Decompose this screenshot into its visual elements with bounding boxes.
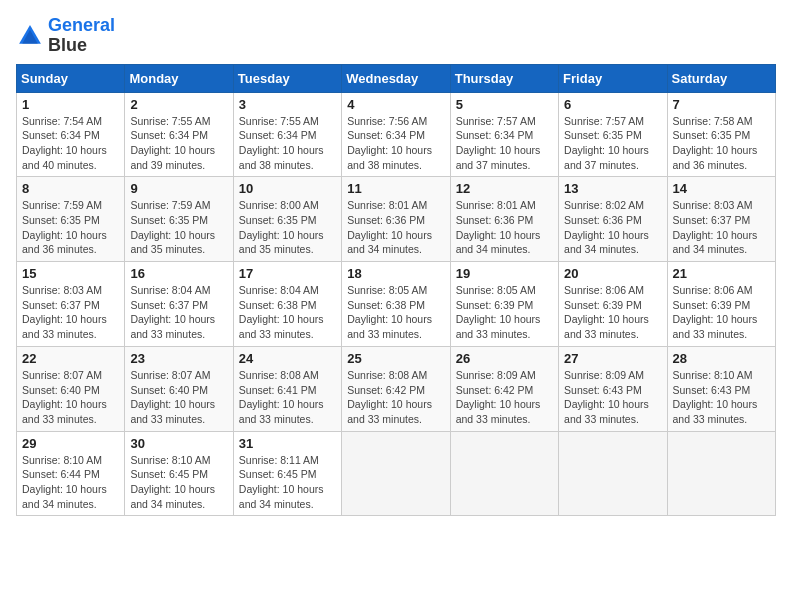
calendar-day-cell: 20 Sunrise: 8:06 AM Sunset: 6:39 PM Dayl… bbox=[559, 262, 667, 347]
calendar-day-cell: 16 Sunrise: 8:04 AM Sunset: 6:37 PM Dayl… bbox=[125, 262, 233, 347]
calendar-day-cell: 8 Sunrise: 7:59 AM Sunset: 6:35 PM Dayli… bbox=[17, 177, 125, 262]
calendar-day-cell: 7 Sunrise: 7:58 AM Sunset: 6:35 PM Dayli… bbox=[667, 92, 775, 177]
calendar-week-row: 22 Sunrise: 8:07 AM Sunset: 6:40 PM Dayl… bbox=[17, 346, 776, 431]
day-number: 8 bbox=[22, 181, 119, 196]
calendar-day-cell: 13 Sunrise: 8:02 AM Sunset: 6:36 PM Dayl… bbox=[559, 177, 667, 262]
day-info: Sunrise: 8:04 AM Sunset: 6:37 PM Dayligh… bbox=[130, 283, 227, 342]
calendar-header-cell: Tuesday bbox=[233, 64, 341, 92]
day-info: Sunrise: 7:57 AM Sunset: 6:35 PM Dayligh… bbox=[564, 114, 661, 173]
day-number: 21 bbox=[673, 266, 770, 281]
calendar-day-cell: 2 Sunrise: 7:55 AM Sunset: 6:34 PM Dayli… bbox=[125, 92, 233, 177]
day-number: 16 bbox=[130, 266, 227, 281]
day-number: 29 bbox=[22, 436, 119, 451]
calendar-day-cell: 29 Sunrise: 8:10 AM Sunset: 6:44 PM Dayl… bbox=[17, 431, 125, 516]
day-info: Sunrise: 8:09 AM Sunset: 6:43 PM Dayligh… bbox=[564, 368, 661, 427]
day-number: 27 bbox=[564, 351, 661, 366]
day-number: 6 bbox=[564, 97, 661, 112]
day-info: Sunrise: 8:10 AM Sunset: 6:45 PM Dayligh… bbox=[130, 453, 227, 512]
calendar-week-row: 15 Sunrise: 8:03 AM Sunset: 6:37 PM Dayl… bbox=[17, 262, 776, 347]
day-number: 9 bbox=[130, 181, 227, 196]
day-info: Sunrise: 8:00 AM Sunset: 6:35 PM Dayligh… bbox=[239, 198, 336, 257]
day-info: Sunrise: 8:08 AM Sunset: 6:41 PM Dayligh… bbox=[239, 368, 336, 427]
calendar-day-cell: 10 Sunrise: 8:00 AM Sunset: 6:35 PM Dayl… bbox=[233, 177, 341, 262]
day-info: Sunrise: 8:09 AM Sunset: 6:42 PM Dayligh… bbox=[456, 368, 553, 427]
day-number: 3 bbox=[239, 97, 336, 112]
day-info: Sunrise: 8:07 AM Sunset: 6:40 PM Dayligh… bbox=[130, 368, 227, 427]
day-info: Sunrise: 8:10 AM Sunset: 6:44 PM Dayligh… bbox=[22, 453, 119, 512]
day-number: 28 bbox=[673, 351, 770, 366]
calendar-header-cell: Saturday bbox=[667, 64, 775, 92]
logo-icon bbox=[16, 22, 44, 50]
day-info: Sunrise: 8:11 AM Sunset: 6:45 PM Dayligh… bbox=[239, 453, 336, 512]
day-info: Sunrise: 8:02 AM Sunset: 6:36 PM Dayligh… bbox=[564, 198, 661, 257]
day-number: 7 bbox=[673, 97, 770, 112]
day-number: 24 bbox=[239, 351, 336, 366]
calendar-day-cell: 27 Sunrise: 8:09 AM Sunset: 6:43 PM Dayl… bbox=[559, 346, 667, 431]
day-info: Sunrise: 8:01 AM Sunset: 6:36 PM Dayligh… bbox=[347, 198, 444, 257]
day-number: 31 bbox=[239, 436, 336, 451]
logo-text: General Blue bbox=[48, 16, 115, 56]
calendar-body: 1 Sunrise: 7:54 AM Sunset: 6:34 PM Dayli… bbox=[17, 92, 776, 516]
day-info: Sunrise: 7:54 AM Sunset: 6:34 PM Dayligh… bbox=[22, 114, 119, 173]
day-number: 20 bbox=[564, 266, 661, 281]
calendar-day-cell: 5 Sunrise: 7:57 AM Sunset: 6:34 PM Dayli… bbox=[450, 92, 558, 177]
day-number: 1 bbox=[22, 97, 119, 112]
calendar-header-cell: Monday bbox=[125, 64, 233, 92]
day-info: Sunrise: 8:07 AM Sunset: 6:40 PM Dayligh… bbox=[22, 368, 119, 427]
calendar-day-cell: 1 Sunrise: 7:54 AM Sunset: 6:34 PM Dayli… bbox=[17, 92, 125, 177]
calendar-day-cell: 23 Sunrise: 8:07 AM Sunset: 6:40 PM Dayl… bbox=[125, 346, 233, 431]
day-info: Sunrise: 8:10 AM Sunset: 6:43 PM Dayligh… bbox=[673, 368, 770, 427]
calendar-day-cell: 14 Sunrise: 8:03 AM Sunset: 6:37 PM Dayl… bbox=[667, 177, 775, 262]
calendar-day-cell: 26 Sunrise: 8:09 AM Sunset: 6:42 PM Dayl… bbox=[450, 346, 558, 431]
day-info: Sunrise: 7:59 AM Sunset: 6:35 PM Dayligh… bbox=[22, 198, 119, 257]
calendar-day-cell: 4 Sunrise: 7:56 AM Sunset: 6:34 PM Dayli… bbox=[342, 92, 450, 177]
day-number: 11 bbox=[347, 181, 444, 196]
calendar-header-cell: Thursday bbox=[450, 64, 558, 92]
day-number: 13 bbox=[564, 181, 661, 196]
page-header: General Blue bbox=[16, 16, 776, 56]
day-info: Sunrise: 7:55 AM Sunset: 6:34 PM Dayligh… bbox=[130, 114, 227, 173]
calendar-day-cell: 12 Sunrise: 8:01 AM Sunset: 6:36 PM Dayl… bbox=[450, 177, 558, 262]
day-info: Sunrise: 8:04 AM Sunset: 6:38 PM Dayligh… bbox=[239, 283, 336, 342]
day-info: Sunrise: 7:55 AM Sunset: 6:34 PM Dayligh… bbox=[239, 114, 336, 173]
day-info: Sunrise: 8:01 AM Sunset: 6:36 PM Dayligh… bbox=[456, 198, 553, 257]
calendar-day-cell: 25 Sunrise: 8:08 AM Sunset: 6:42 PM Dayl… bbox=[342, 346, 450, 431]
day-number: 22 bbox=[22, 351, 119, 366]
day-info: Sunrise: 8:03 AM Sunset: 6:37 PM Dayligh… bbox=[22, 283, 119, 342]
day-info: Sunrise: 8:08 AM Sunset: 6:42 PM Dayligh… bbox=[347, 368, 444, 427]
day-info: Sunrise: 8:03 AM Sunset: 6:37 PM Dayligh… bbox=[673, 198, 770, 257]
calendar-day-cell: 30 Sunrise: 8:10 AM Sunset: 6:45 PM Dayl… bbox=[125, 431, 233, 516]
day-number: 30 bbox=[130, 436, 227, 451]
day-number: 4 bbox=[347, 97, 444, 112]
day-number: 18 bbox=[347, 266, 444, 281]
day-info: Sunrise: 8:05 AM Sunset: 6:38 PM Dayligh… bbox=[347, 283, 444, 342]
calendar-day-cell bbox=[450, 431, 558, 516]
calendar-day-cell: 3 Sunrise: 7:55 AM Sunset: 6:34 PM Dayli… bbox=[233, 92, 341, 177]
day-number: 25 bbox=[347, 351, 444, 366]
day-number: 12 bbox=[456, 181, 553, 196]
day-info: Sunrise: 8:06 AM Sunset: 6:39 PM Dayligh… bbox=[673, 283, 770, 342]
calendar-day-cell: 21 Sunrise: 8:06 AM Sunset: 6:39 PM Dayl… bbox=[667, 262, 775, 347]
day-number: 5 bbox=[456, 97, 553, 112]
calendar-header-cell: Sunday bbox=[17, 64, 125, 92]
calendar-week-row: 8 Sunrise: 7:59 AM Sunset: 6:35 PM Dayli… bbox=[17, 177, 776, 262]
day-number: 15 bbox=[22, 266, 119, 281]
calendar-day-cell: 18 Sunrise: 8:05 AM Sunset: 6:38 PM Dayl… bbox=[342, 262, 450, 347]
calendar-day-cell: 6 Sunrise: 7:57 AM Sunset: 6:35 PM Dayli… bbox=[559, 92, 667, 177]
calendar-header-row: SundayMondayTuesdayWednesdayThursdayFrid… bbox=[17, 64, 776, 92]
calendar-day-cell: 22 Sunrise: 8:07 AM Sunset: 6:40 PM Dayl… bbox=[17, 346, 125, 431]
calendar-day-cell: 19 Sunrise: 8:05 AM Sunset: 6:39 PM Dayl… bbox=[450, 262, 558, 347]
day-number: 17 bbox=[239, 266, 336, 281]
calendar-header-cell: Wednesday bbox=[342, 64, 450, 92]
calendar-header-cell: Friday bbox=[559, 64, 667, 92]
day-info: Sunrise: 7:56 AM Sunset: 6:34 PM Dayligh… bbox=[347, 114, 444, 173]
day-number: 23 bbox=[130, 351, 227, 366]
day-info: Sunrise: 7:59 AM Sunset: 6:35 PM Dayligh… bbox=[130, 198, 227, 257]
calendar-day-cell: 15 Sunrise: 8:03 AM Sunset: 6:37 PM Dayl… bbox=[17, 262, 125, 347]
calendar-day-cell: 17 Sunrise: 8:04 AM Sunset: 6:38 PM Dayl… bbox=[233, 262, 341, 347]
calendar-day-cell: 31 Sunrise: 8:11 AM Sunset: 6:45 PM Dayl… bbox=[233, 431, 341, 516]
calendar-week-row: 1 Sunrise: 7:54 AM Sunset: 6:34 PM Dayli… bbox=[17, 92, 776, 177]
day-info: Sunrise: 8:05 AM Sunset: 6:39 PM Dayligh… bbox=[456, 283, 553, 342]
day-number: 19 bbox=[456, 266, 553, 281]
day-info: Sunrise: 7:57 AM Sunset: 6:34 PM Dayligh… bbox=[456, 114, 553, 173]
